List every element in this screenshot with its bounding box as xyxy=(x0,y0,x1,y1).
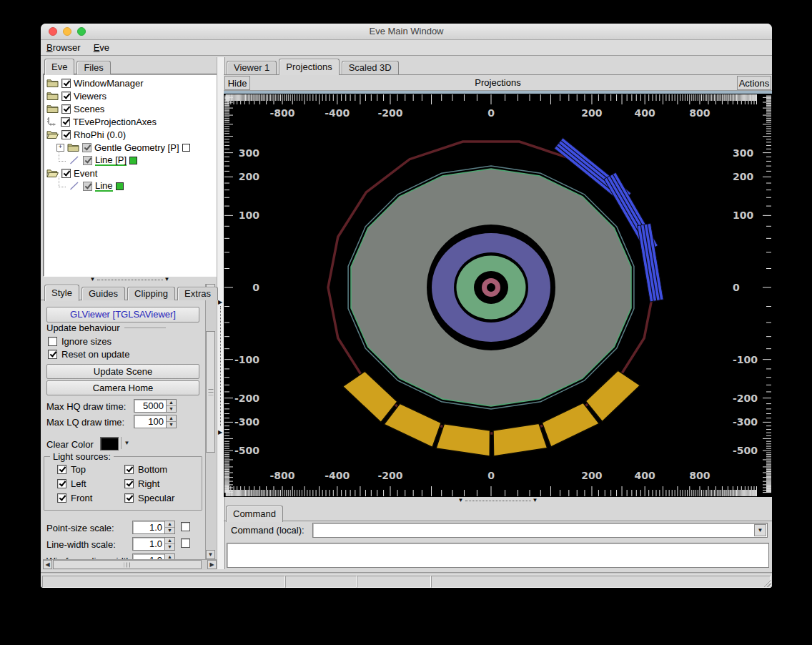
axis-label-top: -200 xyxy=(377,107,402,119)
light-front-checkbox[interactable]: Front xyxy=(57,493,92,503)
spin-up-icon[interactable]: ▲ xyxy=(167,415,176,422)
tab-files[interactable]: Files xyxy=(76,61,110,74)
tree-checkbox[interactable] xyxy=(83,156,92,165)
point-size-scale-checkbox[interactable] xyxy=(181,522,190,531)
max-lq-spinner[interactable]: 100 ▲▼ xyxy=(134,415,177,428)
editor-tabbar: StyleGuidesClippingExtras xyxy=(44,283,220,300)
actions-button[interactable]: Actions xyxy=(737,76,771,90)
reset-on-update-checkbox[interactable]: Reset on update xyxy=(48,349,129,360)
spin-down-icon[interactable]: ▼ xyxy=(167,406,176,412)
command-input[interactable] xyxy=(315,524,754,538)
projections-toolbar: Projections Hide Actions xyxy=(224,74,772,91)
tab-style[interactable]: Style xyxy=(44,285,79,301)
checkbox-checked-icon[interactable] xyxy=(57,465,66,474)
tree-item-line-p[interactable]: Line [P] xyxy=(56,154,137,167)
checkbox-unchecked-icon[interactable] xyxy=(48,337,57,346)
axis-label-top: 200 xyxy=(581,107,602,119)
empty-square-icon[interactable] xyxy=(182,144,190,152)
command-tabbar: Command xyxy=(226,504,285,521)
tab-eve[interactable]: Eve xyxy=(44,59,74,75)
status-cell-2 xyxy=(357,576,431,588)
tree-item-line[interactable]: Line xyxy=(56,179,124,192)
tab-projections[interactable]: Projections xyxy=(279,59,339,75)
tab-extras[interactable]: Extras xyxy=(177,287,218,300)
menu-item-eve[interactable]: Eve xyxy=(94,42,109,53)
titlebar[interactable]: Eve Main Window xyxy=(41,24,772,40)
hide-button[interactable]: Hide xyxy=(224,76,250,90)
point-size-scale-spinner[interactable]: 1.0▲▼ xyxy=(132,521,175,534)
tab-guides[interactable]: Guides xyxy=(81,287,125,300)
tab-command[interactable]: Command xyxy=(226,506,283,522)
scrollbar-thumb[interactable] xyxy=(53,560,202,569)
update-scene-button[interactable]: Update Scene xyxy=(46,364,199,379)
tab-viewer-1[interactable]: Viewer 1 xyxy=(227,61,277,74)
combo-dropdown-icon[interactable]: ▼ xyxy=(754,524,766,536)
tree-checkbox[interactable] xyxy=(61,79,71,88)
scroll-right-icon[interactable]: ▶ xyxy=(207,560,217,569)
checkbox-checked-icon[interactable] xyxy=(124,479,134,488)
spin-down-icon[interactable]: ▼ xyxy=(165,544,174,550)
spin-down-icon[interactable]: ▼ xyxy=(167,422,176,428)
light-bottom-checkbox[interactable]: Bottom xyxy=(124,464,167,475)
command-combobox[interactable]: ▼ xyxy=(312,523,768,538)
green-square-icon[interactable] xyxy=(129,157,137,164)
scroll-down-icon[interactable]: ▼ xyxy=(206,550,215,559)
editor-hscrollbar[interactable]: ◀ ▶ xyxy=(43,559,217,570)
checkbox-checked-icon[interactable] xyxy=(124,493,134,503)
spin-up-icon[interactable]: ▲ xyxy=(165,521,174,528)
menu-item-browser[interactable]: Browser xyxy=(46,42,81,53)
checkbox-checked-icon[interactable] xyxy=(124,465,134,474)
axis-label-right: -300 xyxy=(733,416,758,428)
tree-checkbox[interactable] xyxy=(61,130,71,139)
tree-checkbox[interactable] xyxy=(61,117,70,127)
projection-canvas[interactable]: -800-800-400-400-200-2000020020040040080… xyxy=(224,91,772,497)
tab-scaled-3d[interactable]: Scaled 3D xyxy=(342,61,399,74)
tree-item-viewers[interactable]: Viewers xyxy=(46,89,107,102)
scrollbar-thumb[interactable] xyxy=(206,331,215,453)
camera-home-button[interactable]: Camera Home xyxy=(46,380,199,395)
light-right-checkbox[interactable]: Right xyxy=(124,478,159,489)
green-square-icon[interactable] xyxy=(116,182,124,190)
tab-clipping[interactable]: Clipping xyxy=(127,287,175,300)
light-left-checkbox[interactable]: Left xyxy=(57,478,86,489)
tree-editor-splitter[interactable]: ▼ ▼ xyxy=(43,276,217,283)
light-specular-checkbox[interactable]: Specular xyxy=(124,493,174,503)
glviewer-button[interactable]: GLViewer [TGLSAViewer] xyxy=(46,307,199,322)
scroll-left-icon[interactable]: ◀ xyxy=(43,560,52,569)
tree-checkbox[interactable] xyxy=(82,143,91,152)
folder-icon xyxy=(46,91,59,101)
tree-checkbox[interactable] xyxy=(61,92,71,101)
status-cell-1 xyxy=(285,576,357,588)
spin-up-icon[interactable]: ▲ xyxy=(165,538,174,544)
tree-item-gentle-geometry-p[interactable]: +Gentle Geometry [P] xyxy=(56,141,190,154)
clear-color-dropdown[interactable]: ▼ xyxy=(121,437,132,449)
tree-item-rhophi-0-0[interactable]: RhoPhi (0.0) xyxy=(46,128,126,141)
eve-tree[interactable]: WindowManagerViewersScenesTEveProjection… xyxy=(43,74,218,277)
tree-checkbox[interactable] xyxy=(61,104,71,114)
light-top-checkbox[interactable]: Top xyxy=(57,464,86,475)
tree-item-scenes[interactable]: Scenes xyxy=(46,102,104,115)
line-width-scale-spinner[interactable]: 1.0▲▼ xyxy=(132,537,175,551)
axis-label-left: 200 xyxy=(239,171,259,182)
line-width-scale-checkbox[interactable] xyxy=(181,538,190,548)
max-hq-spinner[interactable]: 5000 ▲▼ xyxy=(134,399,177,413)
ignore-sizes-checkbox[interactable]: Ignore sizes xyxy=(48,336,112,347)
tree-checkbox[interactable] xyxy=(83,182,92,191)
tree-item-event[interactable]: Event xyxy=(46,167,97,179)
checkbox-checked-icon[interactable] xyxy=(57,479,66,488)
checkbox-checked-icon[interactable] xyxy=(48,350,57,359)
statusbar xyxy=(41,573,772,588)
eve-main-window: Eve Main Window BrowserEve EveFiles Wind… xyxy=(41,24,772,588)
axis-label-bottom: -200 xyxy=(377,470,402,481)
tree-item-teveprojectionaxes[interactable]: TEveProjectionAxes xyxy=(46,115,157,128)
checkbox-checked-icon[interactable] xyxy=(57,493,66,503)
clear-color-swatch[interactable] xyxy=(100,437,119,450)
editor-vscrollbar[interactable]: ▲ ▼ xyxy=(205,284,216,559)
command-output[interactable] xyxy=(227,543,769,568)
spin-down-icon[interactable]: ▼ xyxy=(165,528,174,533)
tree-item-windowmanager[interactable]: WindowManager xyxy=(46,77,144,89)
line-icon xyxy=(69,181,80,191)
canvas-command-splitter[interactable]: ▼ ▼ xyxy=(224,497,772,504)
spin-up-icon[interactable]: ▲ xyxy=(167,400,176,406)
window-title: Eve Main Window xyxy=(41,24,772,39)
